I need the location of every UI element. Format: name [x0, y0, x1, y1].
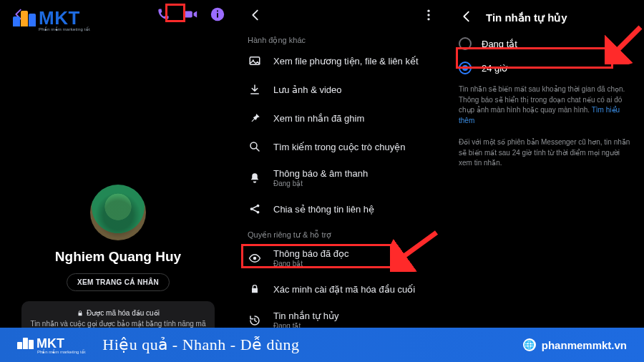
section-heading-more-actions: Hành động khác [236, 29, 447, 47]
search-icon [248, 140, 262, 154]
download-icon [248, 82, 262, 97]
svg-point-6 [427, 14, 429, 16]
svg-point-7 [427, 18, 429, 20]
more-icon[interactable] [421, 8, 436, 25]
brand-logo-footer: MKT Phần mềm marketing tốt [17, 336, 85, 354]
page-title: Tin nhắn tự hủy [486, 11, 567, 24]
svg-rect-8 [250, 57, 260, 65]
globe-icon: 🌐 [523, 338, 536, 351]
svg-line-20 [612, 27, 640, 56]
annotation-arrow-to-row [390, 229, 440, 272]
avatar[interactable] [90, 185, 146, 240]
panel-chat-settings: Hành động khác Xem file phương tiện, fil… [236, 0, 447, 362]
panel-chat-profile: MKT Phần mềm marketing tốt Nghiem Quang … [0, 0, 236, 362]
share-icon [248, 202, 262, 216]
settings-header [236, 0, 447, 29]
brand-name: MKT [39, 7, 80, 29]
bell-icon [248, 171, 262, 185]
image-icon [248, 54, 262, 68]
row-save-media[interactable]: Lưu ảnh & video [240, 75, 443, 104]
brand-site[interactable]: 🌐 phanmemmkt.vn [523, 338, 627, 351]
row-pinned-messages[interactable]: Xem tin nhắn đã ghim [240, 104, 443, 132]
row-notifications-sounds[interactable]: Thông báo & âm thanhĐang bật [240, 161, 443, 195]
row-media-files-links[interactable]: Xem file phương tiện, file & liên kết [240, 47, 443, 75]
brand-logo-overlay: MKT Phần mềm marketing tốt [13, 7, 90, 31]
annotation-highlight-disappearing-row [241, 244, 397, 268]
svg-rect-3 [217, 11, 218, 12]
svg-rect-0 [185, 11, 192, 17]
disappearing-note-2: Đối với một số phiên bản Messenger cũ hơ… [447, 133, 644, 169]
history-icon [248, 313, 262, 328]
svg-point-5 [427, 10, 429, 12]
back-icon[interactable] [459, 9, 474, 27]
row-verify-encryption[interactable]: Xác minh cài đặt mã hóa đầu cuối [240, 275, 443, 303]
brand-tagline: Hiệu quả - Nhanh - Dễ dùng [102, 336, 299, 354]
contact-profile: Nghiem Quang Huy XEM TRANG CÁ NHÂN Được … [0, 29, 236, 362]
svg-line-19 [397, 233, 436, 261]
annotation-highlight-24h-option [456, 47, 613, 69]
encryption-title: Được mã hóa đầu cuối [87, 308, 160, 319]
lock-icon [248, 282, 262, 296]
row-search-in-conversation[interactable]: Tìm kiếm trong cuộc trò chuyện [240, 132, 443, 161]
svg-rect-2 [217, 13, 218, 17]
annotation-arrow-to-radio [605, 21, 644, 64]
view-profile-button[interactable]: XEM TRANG CÁ NHÂN [67, 273, 170, 291]
info-icon[interactable] [209, 6, 226, 23]
disappearing-note-1: Tin nhắn sẽ biến mất sau khoảng thời gia… [447, 80, 644, 126]
back-icon[interactable] [248, 7, 263, 26]
lock-icon [77, 310, 84, 317]
brand-footer-banner: MKT Phần mềm marketing tốt Hiệu quả - Nh… [0, 328, 644, 362]
brand-sub: Phần mềm marketing tốt [13, 26, 90, 31]
svg-point-10 [250, 142, 257, 149]
annotation-highlight-info-icon [165, 4, 185, 22]
contact-name: Nghiem Quang Huy [0, 249, 236, 265]
pin-icon [248, 111, 262, 125]
row-share-contact[interactable]: Chia sẻ thông tin liên hệ [240, 195, 443, 223]
